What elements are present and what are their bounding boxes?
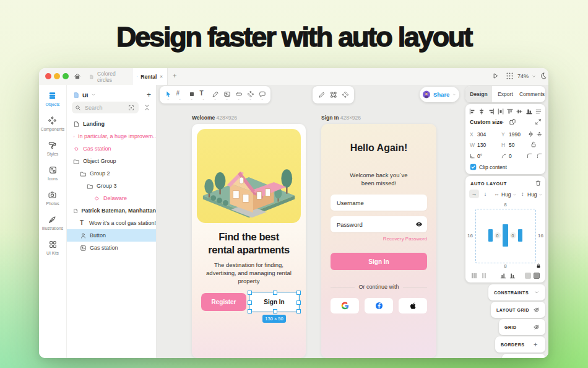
frame-welcome[interactable]: Find the best rental apartments The dest… (192, 124, 306, 358)
user-avatar[interactable] (423, 89, 430, 100)
align-bottom-icon[interactable] (525, 108, 533, 115)
sidebar-item-components[interactable]: Components (41, 116, 65, 131)
comment-tool[interactable]: ⌄ (256, 87, 268, 102)
frame-signin[interactable]: Hello Again! Welcome back you`ve been mi… (321, 124, 436, 358)
cursor-tool[interactable]: ⌄ (162, 87, 174, 102)
section-constraints[interactable]: CONSTRAINTS (488, 284, 545, 300)
password-field[interactable]: Password (331, 216, 427, 232)
close-tab-icon[interactable]: × (160, 74, 163, 79)
apple-signin-button[interactable] (399, 298, 427, 313)
frame-label-welcome[interactable]: Welcome 428×926 (192, 115, 237, 121)
padding-left-value[interactable]: 16 (467, 233, 473, 239)
share-button[interactable]: Share (433, 91, 449, 98)
show-password-eye-icon[interactable] (415, 221, 423, 228)
pen-tool[interactable]: ⌄ (209, 87, 221, 102)
lock-ratio-icon[interactable] (530, 141, 537, 148)
apps-grid-icon[interactable] (506, 72, 514, 80)
maximize-window-button[interactable] (63, 73, 69, 79)
sidebar-item-icons[interactable]: Icons (48, 165, 58, 181)
distribute-packed-icon[interactable] (470, 272, 478, 279)
new-tab-button[interactable]: + (173, 72, 176, 79)
image-tool[interactable]: ⌄ (221, 87, 233, 102)
sidebar-item-photos[interactable]: Photos (46, 190, 59, 206)
w-value[interactable]: 130 (477, 142, 486, 148)
gap-value[interactable]: 0 (495, 232, 501, 239)
pencil-tool[interactable] (316, 87, 327, 102)
direction-horizontal-button[interactable]: → (469, 190, 479, 198)
clip-content-checkbox[interactable] (470, 164, 477, 170)
frame-label-signin[interactable]: Sign In 428×926 (321, 115, 361, 121)
device-preset-icon[interactable] (509, 118, 516, 126)
components-tool[interactable] (339, 87, 351, 102)
shape-tool[interactable]: ⌄ (186, 87, 197, 102)
add-page-button[interactable]: + (147, 90, 151, 99)
section-borders[interactable]: BORDERS+ (495, 336, 545, 353)
independent-corners-icon[interactable] (526, 152, 533, 159)
register-button[interactable]: Register (201, 293, 246, 311)
hug-horizontal-dropdown[interactable]: Hug (501, 191, 511, 198)
username-field[interactable]: Username (331, 195, 427, 211)
distribute-space-icon[interactable] (480, 272, 488, 279)
direction-vertical-button[interactable]: ↓ (481, 190, 490, 198)
layer-row-gas-station[interactable]: Gas station (67, 142, 156, 155)
gap-value[interactable]: 0 (510, 232, 516, 239)
transform-tool[interactable] (327, 87, 339, 102)
flip-vertical-icon[interactable] (536, 131, 543, 138)
sidebar-item-illustrations[interactable]: Illustrations (42, 215, 63, 230)
signin-submit-button[interactable]: Sign In (331, 253, 427, 270)
align-right-icon[interactable] (488, 108, 495, 115)
hug-vertical-dropdown[interactable]: Hug (527, 191, 537, 198)
tab-rental[interactable]: Rental × (132, 68, 168, 85)
lock-padding-icon[interactable] (535, 263, 542, 269)
zoom-level[interactable]: 74% (517, 73, 529, 79)
canvas[interactable]: ⌄#⌄⌄T⌄⌄⌄⌄⌄⌄ Share DesignExportComments C… (157, 85, 548, 358)
sidebar-item-objects[interactable]: Objects (45, 91, 59, 107)
x-value[interactable]: 304 (477, 131, 486, 138)
layer-row-group-3[interactable]: Group 3 (67, 180, 156, 192)
frame-tool[interactable]: #⌄ (174, 87, 186, 102)
layer-row-delaware[interactable]: Delaware (67, 192, 156, 204)
distribute-h-icon[interactable] (497, 108, 504, 115)
sidebar-item-ui-kits[interactable]: UI Kits (46, 240, 59, 255)
input-tool[interactable]: ⌄ (233, 87, 244, 102)
align-baseline-2-icon[interactable] (509, 272, 516, 279)
align-v-center-icon[interactable] (516, 108, 523, 115)
trash-icon[interactable] (535, 180, 542, 186)
share-pill[interactable]: Share (420, 87, 459, 102)
expand-icon[interactable] (535, 118, 542, 125)
y-value[interactable]: 1990 (509, 131, 521, 138)
collapse-all-icon[interactable] (144, 104, 150, 111)
search-box[interactable] (72, 102, 139, 113)
home-icon[interactable] (74, 72, 81, 80)
tab-comments[interactable]: Comments (519, 86, 545, 102)
rotation-value[interactable]: 0° (477, 153, 482, 159)
more-icon[interactable] (535, 108, 542, 115)
tab-export[interactable]: Export (492, 86, 519, 102)
flip-horizontal-icon[interactable] (527, 131, 534, 138)
document-title[interactable]: UI (82, 92, 89, 99)
close-window-button[interactable] (45, 73, 51, 79)
section-effects[interactable]: EFFECTS+ (502, 354, 545, 358)
scan-select-icon[interactable] (128, 105, 134, 111)
tab-colored-circles[interactable]: Colored circles (85, 68, 129, 85)
align-h-center-icon[interactable] (478, 108, 485, 115)
section-grid[interactable]: GRID (499, 319, 545, 335)
recovery-password-link[interactable]: Recovery Password (331, 236, 427, 242)
layer-row-object-group[interactable]: Object Group (67, 155, 156, 167)
google-signin-button[interactable] (331, 298, 359, 313)
corner-smooth-icon[interactable] (536, 152, 543, 159)
minimize-window-button[interactable] (54, 73, 60, 79)
align-top-icon[interactable] (506, 108, 514, 115)
sidebar-item-styles[interactable]: Styles (47, 141, 59, 156)
h-value[interactable]: 50 (509, 142, 514, 148)
size-preset-dropdown[interactable]: Custom size (470, 119, 503, 125)
facebook-signin-button[interactable] (365, 298, 393, 313)
padding-right-value[interactable]: 16 (538, 233, 543, 239)
canvas-stack-light-icon[interactable] (525, 273, 531, 279)
tab-design[interactable]: Design (465, 86, 492, 102)
section-layout-grid[interactable]: LAYOUT GRID (491, 302, 545, 318)
layer-row-wow-it-s-a-cool-gas-station[interactable]: TWow it's a cool gas station! (67, 217, 156, 229)
layer-row-gas-station[interactable]: Gas station (67, 242, 156, 254)
padding-top-value[interactable]: 8 (465, 202, 545, 208)
search-input[interactable] (84, 104, 126, 112)
